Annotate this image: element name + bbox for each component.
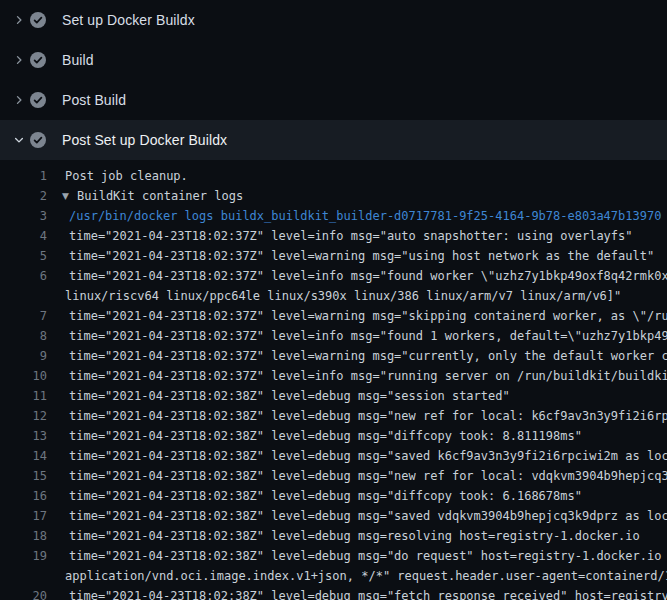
group-title: BuildKit container logs: [77, 189, 243, 203]
actions-log-viewer: Set up Docker Buildx Build Post Build Po…: [0, 0, 667, 600]
log-line: 3 /usr/bin/docker logs buildx_buildkit_b…: [0, 206, 667, 226]
line-number[interactable]: 14: [0, 446, 47, 466]
log-line: 18 time="2021-04-23T18:02:38Z" level=deb…: [0, 526, 667, 546]
step-header-post-set-up-docker-buildx[interactable]: Post Set up Docker Buildx: [0, 120, 667, 160]
line-number[interactable]: 6: [0, 266, 47, 286]
chevron-right-icon: [13, 94, 30, 106]
check-circle-icon: [30, 92, 46, 108]
line-number[interactable]: 13: [0, 426, 47, 446]
group-open-triangle-icon: ▼: [62, 186, 77, 206]
log-text: time="2021-04-23T18:02:37Z" level=info m…: [47, 366, 667, 386]
log-line: 20 time="2021-04-23T18:02:38Z" level=deb…: [0, 586, 667, 600]
line-number[interactable]: 2: [0, 186, 47, 206]
line-number[interactable]: 5: [0, 246, 47, 266]
log-line: 15 time="2021-04-23T18:02:38Z" level=deb…: [0, 466, 667, 486]
log-text: time="2021-04-23T18:02:38Z" level=debug …: [47, 386, 667, 406]
step-title: Build: [62, 52, 94, 68]
log-line: 4 time="2021-04-23T18:02:37Z" level=info…: [0, 226, 667, 246]
log-text-continuation: linux/riscv64 linux/ppc64le linux/s390x …: [47, 286, 667, 306]
log-line: 14 time="2021-04-23T18:02:38Z" level=deb…: [0, 446, 667, 466]
log-text: ▼BuildKit container logs: [47, 186, 667, 206]
line-number[interactable]: 18: [0, 526, 47, 546]
log-text: time="2021-04-23T18:02:37Z" level=info m…: [47, 226, 667, 246]
log-text: time="2021-04-23T18:02:38Z" level=debug …: [47, 486, 667, 506]
line-number[interactable]: 17: [0, 506, 47, 526]
line-number[interactable]: 4: [0, 226, 47, 246]
line-number[interactable]: 9: [0, 346, 47, 366]
chevron-down-icon: [13, 134, 30, 146]
line-number[interactable]: 16: [0, 486, 47, 506]
log-text: time="2021-04-23T18:02:37Z" level=info m…: [47, 266, 667, 286]
log-line-wrap: application/vnd.oci.image.index.v1+json,…: [0, 566, 667, 586]
line-number[interactable]: 19: [0, 546, 47, 566]
line-number: [0, 566, 47, 586]
log-line: 5 time="2021-04-23T18:02:37Z" level=warn…: [0, 246, 667, 266]
check-circle-icon: [30, 132, 46, 148]
log-line-wrap: linux/riscv64 linux/ppc64le linux/s390x …: [0, 286, 667, 306]
line-number[interactable]: 3: [0, 206, 47, 226]
line-number[interactable]: 12: [0, 406, 47, 426]
chevron-right-icon: [13, 54, 30, 66]
log-text: time="2021-04-23T18:02:38Z" level=debug …: [47, 546, 667, 566]
log-group-toggle[interactable]: 2 ▼BuildKit container logs: [0, 186, 667, 206]
log-text: time="2021-04-23T18:02:37Z" level=warnin…: [47, 246, 667, 266]
line-number[interactable]: 20: [0, 586, 47, 600]
line-number[interactable]: 10: [0, 366, 47, 386]
line-number: [0, 286, 47, 306]
chevron-right-icon: [13, 14, 30, 26]
log-line: 13 time="2021-04-23T18:02:38Z" level=deb…: [0, 426, 667, 446]
step-header-set-up-docker-buildx[interactable]: Set up Docker Buildx: [0, 0, 667, 40]
line-number[interactable]: 8: [0, 326, 47, 346]
log-text: time="2021-04-23T18:02:38Z" level=debug …: [47, 446, 667, 466]
log-text: Post job cleanup.: [47, 166, 667, 186]
log-text: time="2021-04-23T18:02:37Z" level=warnin…: [47, 306, 667, 326]
line-number[interactable]: 15: [0, 466, 47, 486]
step-title: Set up Docker Buildx: [62, 12, 195, 28]
check-circle-icon: [30, 12, 46, 28]
log-text: time="2021-04-23T18:02:38Z" level=debug …: [47, 586, 667, 600]
log-line: 6 time="2021-04-23T18:02:37Z" level=info…: [0, 266, 667, 286]
log-line: 1 Post job cleanup.: [0, 166, 667, 186]
log-text-continuation: application/vnd.oci.image.index.v1+json,…: [47, 566, 667, 586]
log-text: time="2021-04-23T18:02:38Z" level=debug …: [47, 506, 667, 526]
log-text: time="2021-04-23T18:02:38Z" level=debug …: [47, 406, 667, 426]
log-line: 9 time="2021-04-23T18:02:37Z" level=warn…: [0, 346, 667, 366]
log-command-text: /usr/bin/docker logs buildx_buildkit_bui…: [47, 206, 667, 226]
check-circle-icon: [30, 52, 46, 68]
step-log: 1 Post job cleanup. 2 ▼BuildKit containe…: [0, 160, 667, 600]
step-header-build[interactable]: Build: [0, 40, 667, 80]
log-text: time="2021-04-23T18:02:38Z" level=debug …: [47, 466, 667, 486]
log-line: 12 time="2021-04-23T18:02:38Z" level=deb…: [0, 406, 667, 426]
log-line: 10 time="2021-04-23T18:02:37Z" level=inf…: [0, 366, 667, 386]
log-text: time="2021-04-23T18:02:38Z" level=debug …: [47, 426, 667, 446]
log-text: time="2021-04-23T18:02:37Z" level=warnin…: [47, 346, 667, 366]
line-number[interactable]: 7: [0, 306, 47, 326]
log-text: time="2021-04-23T18:02:38Z" level=debug …: [47, 526, 667, 546]
step-title: Post Build: [62, 92, 126, 108]
log-line: 16 time="2021-04-23T18:02:38Z" level=deb…: [0, 486, 667, 506]
log-line: 7 time="2021-04-23T18:02:37Z" level=warn…: [0, 306, 667, 326]
log-line: 11 time="2021-04-23T18:02:38Z" level=deb…: [0, 386, 667, 406]
log-text: time="2021-04-23T18:02:37Z" level=info m…: [47, 326, 667, 346]
line-number[interactable]: 1: [0, 166, 47, 186]
log-line: 19 time="2021-04-23T18:02:38Z" level=deb…: [0, 546, 667, 566]
line-number[interactable]: 11: [0, 386, 47, 406]
step-title: Post Set up Docker Buildx: [62, 132, 227, 148]
log-line: 8 time="2021-04-23T18:02:37Z" level=info…: [0, 326, 667, 346]
log-line: 17 time="2021-04-23T18:02:38Z" level=deb…: [0, 506, 667, 526]
step-header-post-build[interactable]: Post Build: [0, 80, 667, 120]
